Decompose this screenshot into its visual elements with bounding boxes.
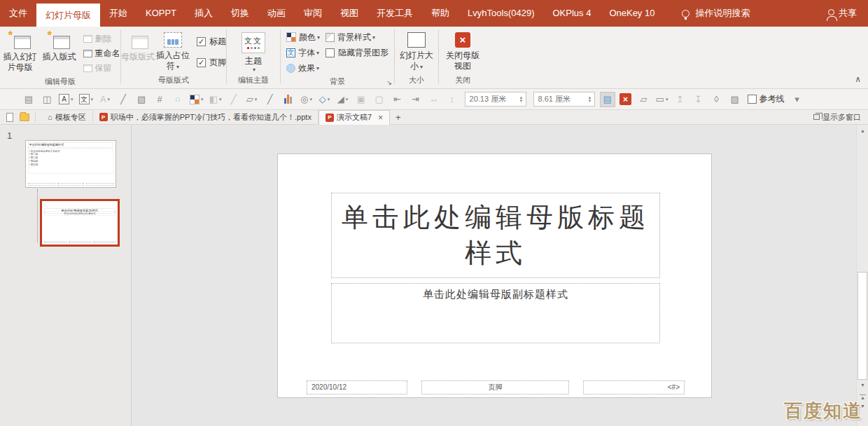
share-button[interactable]: 共享 <box>828 0 868 27</box>
template-zone-tab[interactable]: ⌂ 模板专区 <box>41 110 93 125</box>
rename-button[interactable]: 重命名 <box>83 46 120 61</box>
group-label-size: 大小 <box>395 74 438 88</box>
menu-tab-4[interactable]: 插入 <box>186 0 222 27</box>
grid-icon[interactable]: # <box>152 92 167 107</box>
footer-checkbox[interactable]: ✓ 页脚 <box>197 57 226 69</box>
draw-shape-icon[interactable]: ▱▾ <box>244 92 260 107</box>
merge-shapes-icon[interactable]: ◎▾ <box>299 92 314 107</box>
search-label: 操作说明搜索 <box>695 7 750 20</box>
ungroup-icon: ▢ <box>372 92 387 107</box>
menu-tab-5[interactable]: 切换 <box>222 0 258 27</box>
placeholder-icon[interactable]: ▭▾ <box>654 92 670 107</box>
active-document-tab[interactable]: P 演示文稿7 × <box>318 110 390 125</box>
ppt-file-icon: P <box>99 113 108 121</box>
new-file-button[interactable] <box>6 113 13 122</box>
ribbon-group-close: × 关闭母版视图 关闭 <box>439 27 486 88</box>
date-placeholder[interactable]: 2020/10/12 <box>307 380 407 394</box>
scroll-down-icon[interactable]: ▼ <box>857 383 868 387</box>
themes-button[interactable]: 文文 主题 ▾ <box>234 30 273 74</box>
fonts-button[interactable]: 文 字体▾ <box>284 45 323 60</box>
master-slide-thumbnail[interactable]: 单击此处编辑母版标题样式 • 单击此处编辑母版文本样式 • 第二级 • 第三级 … <box>25 140 116 188</box>
guides-checkbox-box[interactable] <box>748 95 757 104</box>
subtitle-placeholder[interactable]: 单击此处编辑母版副标题样式 <box>331 283 660 343</box>
menu-tab-10[interactable]: 帮助 <box>422 0 458 27</box>
group-icon: ▣ <box>354 92 369 107</box>
menu-tab-0[interactable]: 文件 <box>0 0 36 27</box>
oval-icon[interactable]: ○ <box>170 92 186 107</box>
shape-width-spinner[interactable]: 20.13 厘米▲▼ <box>465 92 526 106</box>
colors-button[interactable]: 颜色▾ <box>284 29 323 45</box>
collapse-ribbon-icon[interactable]: ∧ <box>855 74 861 84</box>
swap-picture-icon[interactable]: ▨ <box>727 92 743 107</box>
insert-slide-master-button[interactable]: * 插入幻灯片母版 <box>1 30 40 73</box>
windows-icon <box>813 114 820 120</box>
home-icon: ⌂ <box>48 113 52 121</box>
menu-tab-12[interactable]: OKPlus 4 <box>543 0 600 27</box>
close-master-shortcut-icon[interactable]: × <box>618 92 634 107</box>
print-icon[interactable]: ▤ <box>21 92 36 107</box>
rotate-up-icon: ↥ <box>673 92 688 107</box>
shapes-icon[interactable]: ◇▾ <box>317 92 332 107</box>
guides-checkbox[interactable]: 参考线 <box>748 93 785 105</box>
slide-canvas[interactable]: 单击此处编辑母版标题样式 单击此处编辑母版副标题样式 2020/10/12 页脚… <box>277 153 712 398</box>
open-folder-button[interactable] <box>20 114 29 121</box>
group-label-edit-theme: 编辑主题 <box>227 74 280 88</box>
show-windows-button[interactable]: 显示多窗口 <box>813 112 868 123</box>
menu-tab-3[interactable]: KOPPT <box>136 0 186 27</box>
date-text: 2020/10/12 <box>312 383 346 391</box>
effects-button[interactable]: 效果▾ <box>284 60 323 76</box>
watermark: 百度知道 <box>784 399 862 423</box>
hide-background-checkbox[interactable]: 隐藏背景图形 <box>323 45 391 60</box>
title-placeholder[interactable]: 单击此处编辑母版标题样式 <box>331 193 660 278</box>
slide-size-icon <box>407 32 426 48</box>
new-file-icon <box>6 113 13 122</box>
slide-size-button[interactable]: 幻灯片大小▾ <box>397 30 436 71</box>
style-brush-icon[interactable]: ◊ <box>709 92 724 107</box>
slidenum-placeholder[interactable]: <#> <box>583 380 685 394</box>
scroll-up-icon[interactable]: ▲ <box>857 128 868 133</box>
menu-tab-7[interactable]: 审阅 <box>295 0 331 27</box>
menu-tab-9[interactable]: 开发工具 <box>368 0 422 27</box>
picture-effects-icon[interactable]: ◢▾ <box>335 92 351 107</box>
scrollbar-thumb[interactable] <box>858 272 867 380</box>
text-style-box-icon[interactable]: A▾ <box>57 92 75 107</box>
close-tab-icon[interactable]: × <box>378 113 383 123</box>
column-width-icon[interactable]: ◫ <box>39 92 55 107</box>
rotate-down-icon: ↧ <box>691 92 706 107</box>
title-checkbox[interactable]: ✓ 标题 <box>197 36 226 48</box>
menu-tab-1[interactable]: 幻灯片母版 <box>36 4 100 27</box>
align-right-icon[interactable]: ⇥ <box>408 92 424 107</box>
document-tab[interactable]: P 职场中，必须掌握的PPT冷门技巧，看看你知道几个！.pptx <box>93 110 318 125</box>
vertical-scrollbar[interactable]: ▲ ▼ ▲ ▼ <box>856 125 868 426</box>
thumbnail-connector <box>37 189 38 242</box>
document-tabbar: ⌂ 模板专区 P 职场中，必须掌握的PPT冷门技巧，看看你知道几个！.pptx … <box>0 110 868 125</box>
title-layout-thumbnail-selected[interactable]: 单击此处编辑母版标题样式 单击此处编辑母版副标题样式 <box>40 199 120 247</box>
chart-icon[interactable] <box>281 92 296 107</box>
menu-tab-13[interactable]: OneKey 10 <box>600 0 664 27</box>
menu-tab-2[interactable]: 开始 <box>100 0 136 27</box>
insert-layout-button[interactable]: * 插入版式 <box>40 30 79 62</box>
toolbar-overflow-icon[interactable]: ▾ <box>790 92 805 107</box>
tell-me-search[interactable]: 操作说明搜索 <box>682 0 750 27</box>
footer-placeholder[interactable]: 页脚 <box>421 380 569 394</box>
theme-colors-icon[interactable]: ▾ <box>188 92 205 107</box>
selection-pane-icon[interactable]: ▱ <box>636 92 652 107</box>
insert-placeholder-button[interactable]: 插入占位符▾ <box>155 30 191 71</box>
new-tab-button[interactable]: + <box>396 112 401 123</box>
eyedropper-icon[interactable]: ╱ <box>115 92 131 107</box>
shape-height-spinner[interactable]: 8.61 厘米▲▼ <box>533 92 595 106</box>
background-styles-button[interactable]: 背景样式▾ <box>323 29 391 45</box>
menu-tab-8[interactable]: 视图 <box>331 0 368 27</box>
reset-picture-icon[interactable]: ▧ <box>134 92 149 107</box>
menu-tab-6[interactable]: 动画 <box>258 0 295 27</box>
notes-icon[interactable]: ▤ <box>600 92 615 107</box>
align-left-icon[interactable]: ⇤ <box>390 92 405 107</box>
menu-tab-11[interactable]: LvyhTools(0429) <box>458 0 543 27</box>
pen-icon[interactable]: ╱ <box>262 92 278 107</box>
close-master-view-button[interactable]: × 关闭母版视图 <box>443 30 482 71</box>
master-layout-button: 母版版式 <box>121 30 155 62</box>
background-dialog-launcher-icon[interactable]: ↘ <box>386 79 392 86</box>
text-box-icon[interactable]: 文▾ <box>78 92 95 107</box>
preserve-button: 保留 <box>83 61 120 76</box>
tabbar-separator <box>35 112 36 122</box>
